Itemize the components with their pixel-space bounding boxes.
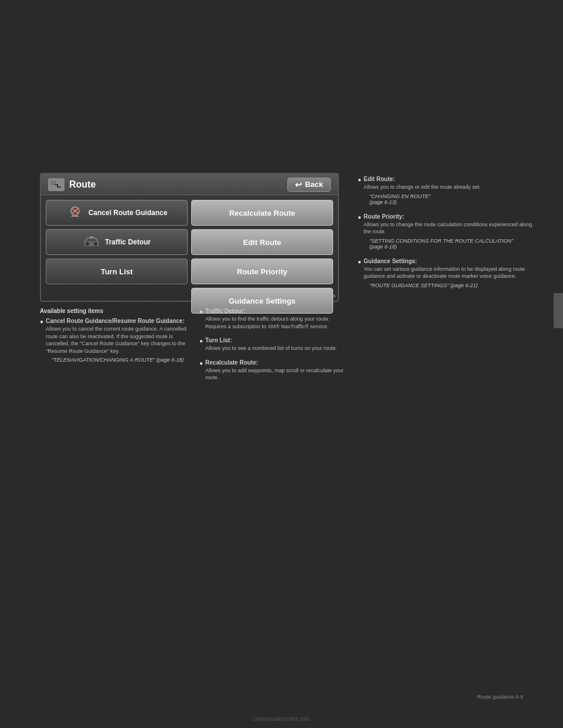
watermark: carmanualsonline.info (253, 716, 310, 722)
svg-point-5 (86, 242, 89, 246)
traffic-detour-icon (83, 233, 100, 251)
back-button-label: Back (305, 180, 323, 189)
cancel-route-section-body: Allows you to cancel the current route g… (46, 325, 195, 355)
navigation-screen: Route ↩ Back Cancel Route Guidance Recal… (40, 173, 339, 302)
guidance-settings-label: Guidance Settings (229, 297, 296, 305)
svg-point-6 (94, 242, 97, 246)
page-footer: Route guidance 6-9 (477, 694, 523, 700)
turn-list-label: Turn List (101, 267, 133, 276)
cancel-route-section-ref: "TELENAVIGATION/CHANGING A ROUTE" (page … (52, 357, 195, 363)
route-priority-section: ● Route Priority: Allows you to change t… (358, 213, 534, 253)
bullet-recalculate: ● (199, 360, 203, 366)
edit-route-section-body: Allows you to change or edit the route a… (364, 183, 481, 191)
edit-route-button[interactable]: Edit Route (191, 229, 333, 255)
image-label: E6M1010a (313, 293, 335, 298)
bullet-guidance-settings: ● (358, 258, 361, 265)
available-items-heading: Available setting items (40, 308, 195, 314)
cancel-route-button[interactable]: Cancel Route Guidance (46, 200, 188, 226)
guidance-settings-section: ● Guidance Settings: You can set various… (358, 258, 534, 292)
recalculate-route-section: ● Recalculate Route: Allows you to add w… (199, 359, 346, 384)
route-priority-section-body: Allows you to change the route calculati… (364, 221, 534, 236)
bullet-route-priority: ● (358, 214, 361, 220)
bullet-turn-list: ● (199, 338, 203, 344)
recalculate-route-label: Recalculate Route (229, 209, 296, 217)
cancel-route-section-title: Cancel Route Guidance/Resume Route Guida… (46, 318, 195, 324)
route-priority-label: Route Priority (237, 267, 287, 276)
nav-buttons-grid: Cancel Route Guidance Recalculate Route … (41, 195, 338, 318)
screen-title: Route (69, 179, 96, 190)
traffic-detour-section: ● Traffic Detour: Allows you to find the… (199, 308, 346, 332)
traffic-detour-label: Traffic Detour (105, 238, 151, 246)
traffic-detour-section-title: Traffic Detour: (205, 308, 346, 314)
edit-route-section: ● Edit Route: Allows you to change or ed… (358, 176, 534, 209)
right-sidebar-tab (554, 293, 563, 328)
edit-route-section-title: Edit Route: (364, 176, 481, 182)
right-content: ● Edit Route: Allows you to change or ed… (358, 176, 534, 297)
guidance-settings-section-body: You can set various guidance information… (364, 266, 534, 280)
traffic-detour-section-body: Allows you to find the traffic detours a… (205, 315, 346, 330)
bullet-edit-route: ● (358, 176, 361, 183)
route-icon (48, 178, 65, 191)
svg-rect-0 (51, 181, 56, 185)
guidance-settings-section-ref: "ROUTE GUIDANCE SETTINGS" (page 6-21) (369, 283, 534, 288)
cancel-route-section: ● Cancel Route Guidance/Resume Route Gui… (40, 318, 195, 366)
route-priority-button[interactable]: Route Priority (191, 258, 333, 284)
nav-header-left: Route (48, 178, 96, 191)
footer-text: Route guidance 6-9 (477, 694, 523, 700)
guidance-settings-section-title: Guidance Settings: (364, 258, 534, 264)
recalculate-route-section-title: Recalculate Route: (205, 359, 346, 366)
turn-list-section-title: Turn List: (205, 337, 337, 343)
route-priority-section-ref: "SETTING CONDITIONS FOR THE ROUTE CALCUL… (369, 238, 534, 250)
cancel-route-icon (66, 204, 84, 222)
traffic-detour-button[interactable]: Traffic Detour (46, 229, 188, 255)
cancel-route-label: Cancel Route Guidance (89, 209, 168, 217)
bullet-traffic: ● (199, 308, 203, 315)
edit-route-section-ref: "CHANGING EN ROUTE"(page 6-13) (369, 193, 481, 205)
turn-list-section-body: Allows you to see a numbered list of tur… (205, 345, 337, 352)
turn-list-section: ● Turn List: Allows you to see a numbere… (199, 337, 346, 355)
nav-header: Route ↩ Back (41, 174, 338, 195)
back-button[interactable]: ↩ Back (287, 178, 331, 192)
route-priority-section-title: Route Priority: (364, 213, 534, 220)
back-arrow-icon: ↩ (295, 180, 302, 189)
recalculate-route-button[interactable]: Recalculate Route (191, 200, 333, 226)
recalculate-route-section-body: Allows you to add waypoints, map scroll … (205, 367, 346, 382)
page-background: Route ↩ Back Cancel Route Guidance Recal… (0, 0, 563, 728)
bullet-1: ● (40, 318, 43, 325)
turn-list-button[interactable]: Turn List (46, 258, 188, 284)
edit-route-label: Edit Route (243, 238, 282, 247)
